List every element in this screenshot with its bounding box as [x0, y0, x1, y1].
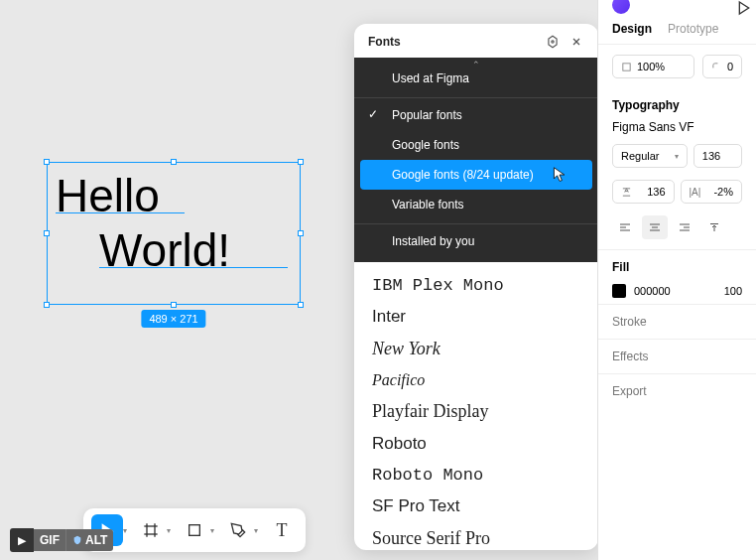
check-icon: ✓ — [368, 107, 378, 121]
fill-row[interactable]: 000000 100 — [598, 278, 756, 304]
fill-hex: 000000 — [634, 285, 671, 297]
svg-rect-5 — [623, 63, 630, 70]
font-item[interactable]: New York — [372, 333, 580, 365]
play-badge[interactable]: ▶ — [10, 528, 34, 552]
typography-section-header: Typography — [598, 88, 756, 116]
frame-icon — [621, 62, 632, 72]
font-item[interactable]: SF Pro Text — [372, 490, 580, 522]
font-weight-value: Regular — [621, 150, 660, 162]
line-height-icon — [621, 187, 632, 198]
close-icon[interactable] — [568, 34, 584, 50]
tab-prototype[interactable]: Prototype — [668, 22, 718, 36]
corner-radius-field[interactable]: 0 — [702, 55, 742, 78]
selection-size-badge: 489 × 271 — [141, 310, 205, 328]
corner-value: 0 — [727, 61, 733, 72]
resize-handle[interactable] — [44, 159, 50, 165]
svg-point-1 — [552, 41, 554, 43]
effects-section[interactable]: Effects — [598, 339, 756, 373]
fonts-panel-header: Fonts — [354, 24, 598, 58]
frame-tool[interactable] — [135, 514, 167, 546]
text-line-1: Hello — [56, 169, 160, 223]
corner-icon — [711, 62, 722, 72]
font-weight-select[interactable]: Regular ▾ — [612, 144, 688, 168]
filter-label: Used at Figma — [392, 71, 469, 85]
font-item[interactable]: Roboto Mono — [372, 460, 580, 490]
font-filter-dropdown: ⌃ Used at Figma ✓ Popular fonts Google f… — [354, 58, 598, 262]
font-item[interactable]: Source Serif Pro — [372, 522, 580, 550]
right-sidebar: Design Prototype 100% 0 Typography Figma… — [597, 0, 756, 560]
svg-marker-0 — [549, 36, 557, 48]
zoom-value: 100% — [637, 61, 665, 72]
cursor-icon — [553, 167, 567, 183]
play-icon[interactable] — [736, 0, 752, 16]
filter-google-fonts-update[interactable]: Google fonts (8/24 update) — [360, 160, 592, 190]
align-left-button[interactable] — [612, 215, 638, 239]
selected-text-frame[interactable]: Hello World! 489 × 271 — [47, 162, 301, 305]
resize-handle[interactable] — [44, 230, 50, 236]
zoom-field[interactable]: 100% — [612, 55, 694, 78]
filter-variable-fonts[interactable]: Variable fonts — [354, 190, 598, 219]
filter-popular-fonts[interactable]: ✓ Popular fonts — [354, 97, 598, 130]
font-item[interactable]: Roboto — [372, 428, 580, 460]
chevron-down-icon[interactable]: ▾ — [254, 526, 258, 535]
tab-design[interactable]: Design — [612, 22, 652, 36]
svg-rect-21 — [189, 525, 200, 536]
font-item[interactable]: Playfair Display — [372, 395, 580, 428]
line-height-value: 136 — [647, 186, 665, 198]
letter-spacing-field[interactable]: |A| -2% — [681, 180, 743, 204]
filter-label: Installed by you — [392, 234, 474, 248]
export-section[interactable]: Export — [598, 373, 756, 408]
fill-section-header: Fill — [598, 249, 756, 278]
resize-handle[interactable] — [298, 302, 304, 308]
line-height-field[interactable]: 136 — [612, 180, 675, 204]
filter-label: Google fonts (8/24 update) — [392, 168, 534, 182]
fill-swatch[interactable] — [612, 284, 626, 298]
resize-handle[interactable] — [298, 159, 304, 165]
fonts-panel-title: Fonts — [368, 35, 401, 49]
font-item[interactable]: Inter — [372, 301, 580, 333]
font-item[interactable]: IBM Plex Mono — [372, 270, 580, 301]
font-item[interactable]: Pacifico — [372, 365, 580, 395]
filter-installed-by-you[interactable]: Installed by you — [354, 223, 598, 256]
text-line-2: World! — [99, 223, 230, 278]
alt-badge[interactable]: ALT — [65, 529, 113, 551]
font-family-field[interactable]: Figma Sans VF — [598, 116, 756, 138]
resize-handle[interactable] — [298, 230, 304, 236]
shape-tool[interactable] — [179, 514, 210, 546]
fill-opacity: 100 — [724, 285, 742, 297]
svg-marker-4 — [739, 2, 748, 14]
chevron-down-icon[interactable]: ▾ — [123, 526, 127, 535]
shield-icon — [72, 535, 82, 545]
align-top-button[interactable] — [701, 215, 727, 239]
letter-spacing-value: -2% — [713, 186, 733, 198]
font-size-value: 136 — [702, 150, 720, 162]
chevron-down-icon[interactable]: ▾ — [210, 526, 214, 535]
resize-handle[interactable] — [171, 159, 177, 165]
fonts-panel: Fonts ⌃ Used at Figma ✓ Popular fonts Go… — [354, 24, 598, 550]
chevron-down-icon[interactable]: ▾ — [167, 526, 171, 535]
align-right-button[interactable] — [672, 215, 697, 239]
filter-used-at-figma[interactable]: Used at Figma — [354, 58, 598, 93]
alt-label: ALT — [85, 533, 107, 547]
settings-icon[interactable] — [545, 34, 561, 50]
gif-badge[interactable]: GIF — [34, 529, 65, 551]
font-size-field[interactable]: 136 — [693, 144, 742, 168]
filter-label: Google fonts — [392, 138, 459, 152]
letter-spacing-icon: |A| — [690, 187, 701, 198]
filter-label: Variable fonts — [392, 198, 464, 211]
filter-label: Popular fonts — [392, 108, 462, 122]
bottom-toolbar: ▾ ▾ ▾ ▾ T — [83, 508, 306, 552]
filter-google-fonts[interactable]: Google fonts — [354, 130, 598, 160]
resize-handle[interactable] — [171, 302, 177, 308]
text-content: Hello World! — [48, 163, 300, 284]
font-list[interactable]: IBM Plex MonoInterNew YorkPacificoPlayfa… — [354, 262, 598, 550]
text-align-row — [598, 210, 756, 245]
stroke-section[interactable]: Stroke — [598, 304, 756, 339]
media-badges: ▶ GIF ALT — [10, 528, 113, 552]
align-center-button[interactable] — [642, 215, 668, 239]
chevron-down-icon: ▾ — [675, 152, 679, 161]
text-tool[interactable]: T — [266, 514, 298, 546]
resize-handle[interactable] — [44, 302, 50, 308]
pen-tool[interactable] — [222, 514, 254, 546]
